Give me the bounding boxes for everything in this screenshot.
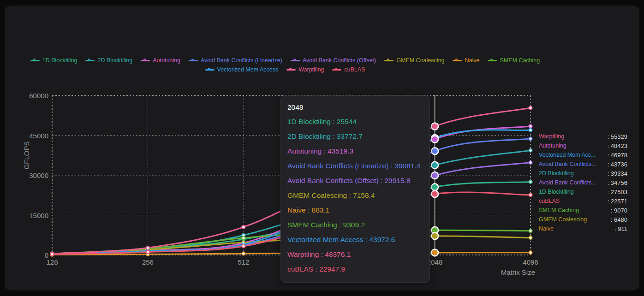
legend-label: Vectorized Mem Access: [217, 66, 279, 73]
x-tick-label: 256: [142, 258, 154, 266]
tooltip-entry: SMEM Caching : 9309.2: [287, 218, 423, 232]
end-series-value: : 911: [614, 225, 627, 232]
x-tick-label: 512: [238, 258, 249, 266]
end-value-row: 2D Blocktiling: 39334: [539, 169, 627, 178]
legend-item-avoid-bank-conflicts-offset-[interactable]: Avoid Bank Conflicts (Offset): [291, 57, 376, 64]
y-axis-title: GFLOPS: [23, 142, 30, 170]
end-series-name: cuBLAS: [539, 198, 560, 204]
end-series-name: 1D Blocktiling: [539, 189, 574, 195]
end-value-row: Avoid Bank Conflicts...: 43736: [539, 160, 627, 169]
legend-line-icon: [286, 68, 296, 72]
end-value-row: cuBLAS: 22571: [539, 196, 627, 206]
y-tick-label: 15000: [16, 211, 48, 219]
end-series-name: Autotuning: [539, 142, 566, 149]
legend-item-cublas[interactable]: cuBLAS: [332, 66, 365, 73]
tooltip-entry: 1D Blocktiling : 25544: [287, 114, 423, 129]
tooltip-title: 2048: [287, 101, 423, 114]
end-series-value: : 55329: [608, 133, 627, 140]
tooltip-entry: Warptiling : 48376.1: [287, 247, 423, 262]
legend-item-avoid-bank-conflicts-linearize-[interactable]: Avoid Bank Conflicts (Linearize): [189, 57, 282, 64]
chart-legend: 1D Blocktiling2D BlocktilingAutotuningAv…: [13, 57, 557, 73]
legend-line-icon: [332, 68, 341, 72]
legend-line-icon: [453, 59, 462, 63]
legend-line-icon: [384, 59, 394, 63]
tooltip-entry: Naive : 883.1: [287, 203, 423, 218]
tooltip-entry: cuBLAS : 22947.9: [287, 262, 423, 277]
end-series-value: : 27503: [608, 189, 627, 195]
legend-line-icon: [189, 59, 198, 63]
legend-label: Warptiling: [298, 66, 324, 73]
end-series-name: 2D Blocktiling: [539, 170, 574, 177]
end-series-name: Warptiling: [539, 133, 564, 140]
legend-line-icon: [85, 59, 95, 63]
legend-item-warptiling[interactable]: Warptiling: [286, 66, 324, 73]
legend-label: Autotuning: [153, 57, 180, 64]
end-series-name: GMEM Coalescing: [539, 216, 587, 223]
legend-line-icon: [30, 59, 40, 63]
end-value-row: 1D Blocktiling: 27503: [539, 187, 627, 196]
y-tick-label: 45000: [16, 131, 48, 139]
x-tick-label: 4096: [523, 258, 538, 266]
legend-item-1d-blocktiling[interactable]: 1D Blocktiling: [30, 57, 78, 64]
legend-line-icon: [205, 68, 215, 72]
x-axis-title: Matrix Size: [501, 268, 535, 276]
end-series-name: SMEM Caching: [539, 207, 579, 213]
legend-label: Naive: [465, 57, 479, 64]
legend-label: SMEM Caching: [500, 57, 540, 64]
y-tick-label: 30000: [16, 172, 48, 179]
legend-item-naive[interactable]: Naive: [453, 57, 479, 64]
tooltip-entry: Avoid Bank Conflicts (Linearize) : 39081…: [287, 159, 423, 173]
legend-label: 2D Blocktiling: [97, 57, 132, 64]
series-end-values-panel: Warptiling: 55329Autotuning: 48423Vector…: [539, 132, 627, 233]
legend-line-icon: [488, 59, 497, 63]
tooltip-entry: 2D Blocktiling : 33772.7: [287, 129, 423, 144]
tooltip-entry: Avoid Bank Conflicts (Offset) : 29915.8: [287, 173, 423, 188]
end-series-value: : 39334: [608, 170, 627, 177]
end-series-value: : 46978: [608, 152, 627, 159]
end-series-name: Avoid Bank Conflicts...: [539, 161, 596, 167]
legend-label: 1D Blocktiling: [42, 57, 78, 64]
y-tick-label: 60000: [16, 92, 48, 100]
end-value-row: Warptiling: 55329: [539, 132, 627, 141]
end-series-value: : 34756: [608, 179, 627, 186]
tooltip-entry: GMEM Coalescing : 7158.4: [287, 188, 423, 203]
end-value-row: Autotuning: 48423: [539, 141, 627, 150]
hover-tooltip: 2048 1D Blocktiling : 255442D Blocktilin…: [280, 95, 430, 283]
legend-label: GMEM Coalescing: [396, 57, 444, 64]
end-series-name: Naive: [539, 225, 554, 232]
legend-line-icon: [141, 59, 150, 63]
legend-item-vectorized-mem-access[interactable]: Vectorized Mem Access: [205, 66, 279, 73]
end-series-value: : 48423: [608, 142, 627, 149]
y-tick-label: 0: [16, 251, 48, 259]
legend-label: Avoid Bank Conflicts (Offset): [303, 57, 376, 64]
legend-item-gmem-coalescing[interactable]: GMEM Coalescing: [384, 57, 444, 64]
legend-line-icon: [291, 59, 300, 63]
legend-label: cuBLAS: [344, 66, 365, 73]
legend-item-2d-blocktiling[interactable]: 2D Blocktiling: [85, 57, 132, 64]
end-series-value: : 9070: [611, 207, 627, 214]
tooltip-entry: Vectorized Mem Access : 43972.6: [287, 232, 423, 247]
end-value-row: Naive: 911: [539, 224, 627, 233]
end-value-row: SMEM Caching: 9070: [539, 206, 627, 215]
legend-label: Avoid Bank Conflicts (Linearize): [201, 57, 282, 64]
end-series-name: Avoid Bank Conflicts...: [539, 179, 596, 186]
end-series-value: : 6480: [611, 216, 627, 223]
legend-item-smem-caching[interactable]: SMEM Caching: [488, 57, 540, 64]
end-series-value: : 22571: [608, 198, 627, 205]
end-value-row: GMEM Coalescing: 6480: [539, 215, 627, 224]
end-series-value: : 43736: [608, 161, 627, 168]
end-value-row: Vectorized Mem Acc...: 46978: [539, 150, 627, 160]
end-value-row: Avoid Bank Conflicts...: 34756: [539, 178, 627, 187]
end-series-name: Vectorized Mem Acc...: [539, 152, 596, 158]
x-tick-label: 128: [46, 258, 58, 266]
tooltip-entry: Autotuning : 43519.3: [287, 144, 423, 159]
legend-item-autotuning[interactable]: Autotuning: [141, 57, 180, 64]
